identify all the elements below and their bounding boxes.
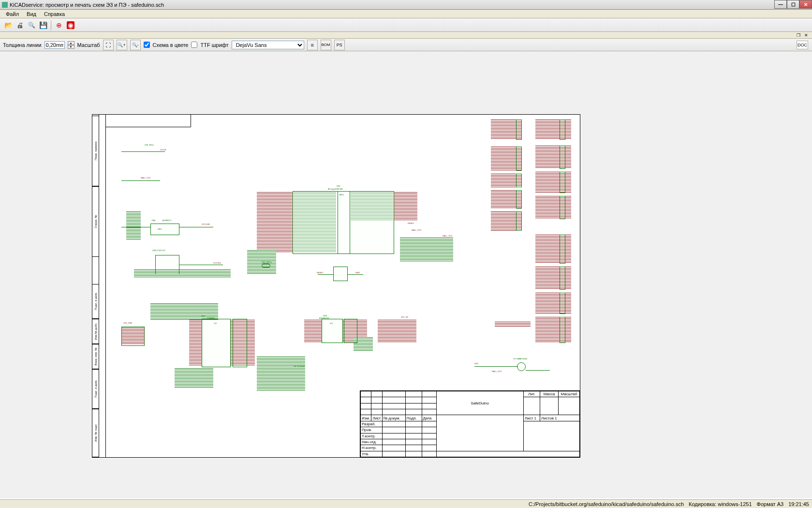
sch-mcu-left-pins (257, 192, 293, 253)
spinner-down-icon[interactable]: ▼ (68, 45, 74, 49)
zoom-out-button[interactable] (130, 40, 141, 50)
print-button[interactable] (15, 20, 25, 30)
ps-button[interactable]: PS (334, 40, 345, 50)
zone-label: Инв. № подл (94, 424, 97, 442)
doc-restore-button[interactable]: ❐ (796, 33, 801, 38)
zoom-fit-button[interactable] (103, 40, 114, 50)
options-toolbar: Толщина линии ▲ ▼ Масштаб Схема в цвете … (0, 39, 812, 51)
sch-net-label: VCCIN (160, 149, 166, 151)
title-block-project: SafeDuino (436, 391, 523, 415)
window-titlebar: KiCADservice: просмотр и печать схем Э3 … (0, 0, 812, 10)
sch-net-label: HALL_VCC (141, 177, 151, 179)
zoom-in-button[interactable] (117, 40, 127, 50)
sch-component-label: VD1 SS14 (145, 144, 154, 146)
color-checkbox[interactable] (144, 42, 150, 48)
layers-button[interactable] (307, 40, 318, 50)
status-format: Формат A3 (757, 501, 784, 507)
status-time: 19:21:45 (788, 501, 809, 507)
line-thickness-input[interactable] (44, 41, 65, 49)
spinner-up-icon[interactable]: ▲ (68, 41, 74, 45)
zone-label: Перв. примен (94, 142, 97, 160)
status-encoding: Кодировка: windows-1251 (689, 501, 752, 507)
zone-label: Подп. и дата (94, 380, 97, 397)
doc-close-button[interactable]: ✕ (803, 33, 809, 38)
menu-file[interactable]: Файл (2, 11, 23, 17)
line-thickness-label: Толщина линии (3, 42, 42, 48)
maximize-button[interactable]: ☐ (787, 0, 799, 9)
line-thickness-spinner[interactable]: ▲ ▼ (68, 41, 74, 49)
zone-column-inner (99, 115, 106, 457)
minimize-button[interactable]: — (774, 0, 787, 9)
print-preview-button[interactable] (26, 20, 37, 30)
window-title: KiCADservice: просмотр и печать схем Э3 … (10, 2, 164, 8)
sch-adum: DD3 ADUM1201 X/Y (322, 319, 343, 343)
zone-column-outer: Перв. примен Справ. № Подп. и дата Инв.№… (92, 115, 99, 457)
font-select[interactable]: DejaVu Sans (232, 41, 304, 49)
window-controls: — ☐ ✕ (774, 0, 812, 9)
sch-ft232: DD2 FT232RL X/Y (202, 319, 231, 367)
zone-label: Справ. № (94, 215, 97, 228)
sch-regulator1: DA1 DEV (150, 224, 179, 235)
top-left-frame (106, 115, 191, 127)
status-path: C:/Projects/bitbucket.org/safeduino/kica… (529, 501, 684, 507)
save-button[interactable] (38, 20, 48, 30)
main-toolbar (0, 18, 812, 32)
stop-button[interactable] (65, 20, 76, 30)
title-block: SafeDuino Лит. Масса Масштаб Изм. Лист №… (360, 390, 580, 457)
drawing-sheet: Перв. примен Справ. № Подп. и дата Инв.№… (92, 114, 580, 458)
ttf-checkbox[interactable] (191, 42, 197, 48)
status-bar: C:/Projects/bitbucket.org/safeduino/kica… (0, 499, 812, 508)
color-checkbox-label: Схема в цвете (153, 42, 189, 48)
ttf-checkbox-label: TTF шрифт (200, 42, 228, 48)
sch-component-name: LM1117DT-3.3 (152, 249, 165, 252)
zone-label: Подп. и дата (94, 293, 97, 310)
doc-export-button[interactable]: DOC (797, 41, 808, 49)
close-button[interactable]: ✕ (799, 0, 812, 9)
scale-label: Масштаб (77, 42, 100, 48)
sch-mcu-right-pins (394, 192, 417, 221)
open-button[interactable] (3, 20, 14, 30)
toolbar-separator (51, 20, 51, 30)
zone-label: Взам. инв. № (94, 347, 97, 365)
menu-bar: Файл Вид Справка (0, 10, 812, 18)
zone-label: Инв.№ дубл. (94, 323, 97, 340)
sch-component-name: LM7805CT (162, 219, 172, 222)
center-button[interactable] (54, 20, 64, 30)
sch-reset-switch (333, 267, 348, 281)
document-controls: ❐ ✕ (0, 32, 812, 39)
bom-button[interactable]: BOM (321, 40, 331, 50)
app-icon (2, 2, 8, 8)
menu-help[interactable]: Справка (40, 11, 69, 17)
schematic-canvas[interactable]: Перв. примен Справ. № Подп. и дата Инв.№… (0, 51, 812, 498)
menu-view[interactable]: Вид (23, 11, 40, 17)
